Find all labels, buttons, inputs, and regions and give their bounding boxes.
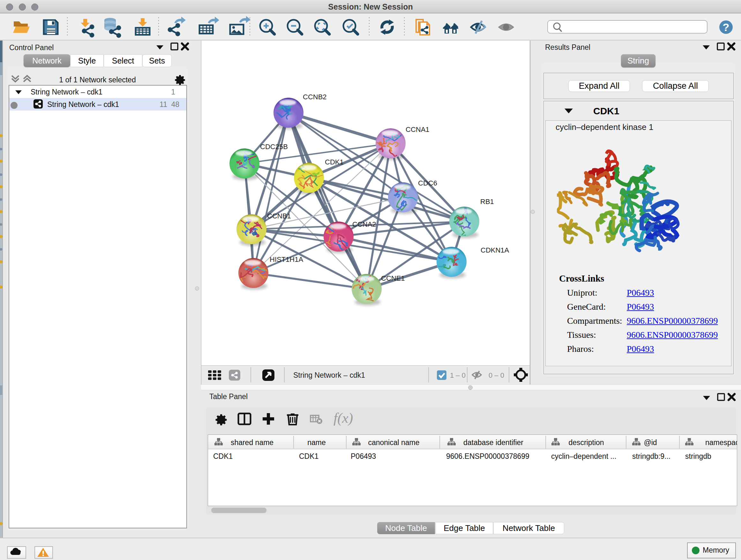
svg-text:CCNE1: CCNE1 xyxy=(381,274,405,282)
svg-text:cyclin–dependent ...: cyclin–dependent ... xyxy=(551,452,616,460)
svg-text:1 – 0: 1 – 0 xyxy=(450,371,466,379)
svg-text:String Network – cdk1: String Network – cdk1 xyxy=(293,371,365,379)
svg-text:CCNB2: CCNB2 xyxy=(303,93,327,101)
svg-text:CDK1: CDK1 xyxy=(213,452,232,460)
svg-text:canonical name: canonical name xyxy=(368,438,419,447)
svg-text:CDK1: CDK1 xyxy=(299,452,319,460)
svg-text:CDC25B: CDC25B xyxy=(260,143,288,151)
svg-text:CDC6: CDC6 xyxy=(418,179,437,187)
svg-text:database identifier: database identifier xyxy=(463,438,523,447)
svg-text:name: name xyxy=(307,438,326,447)
svg-text:f(x): f(x) xyxy=(333,410,353,426)
svg-text:P06493: P06493 xyxy=(351,452,376,460)
svg-text:stringdb: stringdb xyxy=(685,452,711,460)
svg-text:0 – 0: 0 – 0 xyxy=(488,371,504,379)
svg-text:CCNA1: CCNA1 xyxy=(406,125,429,133)
svg-text:CDKN1A: CDKN1A xyxy=(481,246,509,254)
svg-text:namespace: namespace xyxy=(705,438,737,447)
svg-text:shared name: shared name xyxy=(231,438,273,447)
svg-text:@id: @id xyxy=(644,438,657,447)
svg-text:stringdb:9...: stringdb:9... xyxy=(632,452,670,460)
svg-text:RB1: RB1 xyxy=(480,198,494,206)
svg-text:CDK1: CDK1 xyxy=(325,158,344,166)
svg-text:description: description xyxy=(568,438,604,447)
svg-text:9606.ENSP00000378699: 9606.ENSP00000378699 xyxy=(446,452,529,460)
svg-text:CCNA2: CCNA2 xyxy=(352,220,376,228)
svg-text:?: ? xyxy=(723,21,730,33)
svg-text:HIST1H1A: HIST1H1A xyxy=(270,255,303,263)
svg-text:CCNB1: CCNB1 xyxy=(267,212,291,220)
